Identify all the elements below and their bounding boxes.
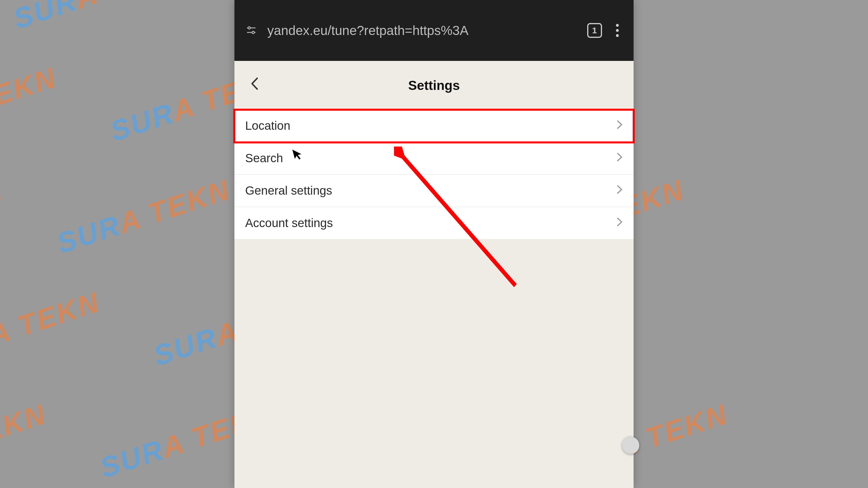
settings-row-general[interactable]: General settings (235, 175, 633, 207)
tabs-button[interactable]: 1 (587, 23, 602, 38)
menu-icon[interactable] (613, 21, 622, 40)
phone-frame: yandex.eu/tune?retpath=https%3A 1 Settin… (235, 0, 633, 488)
settings-row-location[interactable]: Location (235, 110, 633, 142)
svg-point-1 (248, 27, 250, 29)
page-header: Settings (235, 61, 633, 110)
chevron-right-icon (617, 184, 623, 197)
svg-point-3 (252, 31, 254, 34)
back-icon[interactable] (250, 77, 259, 94)
address-bar[interactable]: yandex.eu/tune?retpath=https%3A (267, 23, 576, 38)
chevron-right-icon (617, 152, 623, 164)
settings-row-account[interactable]: Account settings (235, 207, 633, 239)
settings-list: Location Search General settings Account… (235, 110, 633, 239)
row-label: Account settings (245, 216, 333, 230)
chevron-right-icon (617, 217, 623, 230)
page-title: Settings (408, 78, 460, 93)
row-label: Search (245, 151, 283, 165)
row-label: General settings (245, 184, 332, 197)
browser-bar: yandex.eu/tune?retpath=https%3A 1 (235, 0, 633, 61)
assistive-bubble[interactable] (622, 437, 639, 454)
chevron-right-icon (617, 119, 623, 132)
row-label: Location (245, 119, 290, 132)
site-info-icon[interactable] (246, 26, 256, 35)
